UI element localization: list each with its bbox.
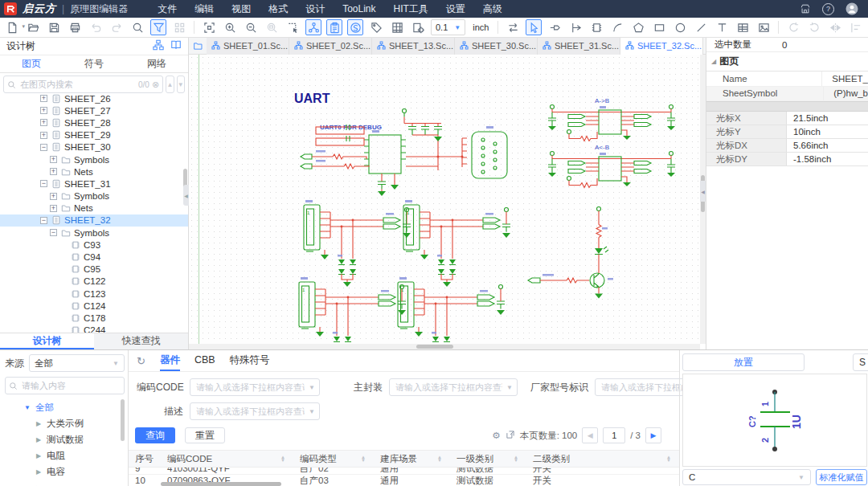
code-filter-input[interactable] [194, 382, 306, 393]
expander-plus-icon[interactable]: + [40, 132, 47, 139]
search-prev-button[interactable]: ▲ [166, 76, 174, 93]
tree-item[interactable]: C93 [0, 239, 188, 251]
sheet-tab[interactable]: SHEET_31.Sc... [538, 38, 620, 55]
expander-plus-icon[interactable]: + [50, 205, 57, 212]
save-all-button[interactable] [67, 19, 83, 35]
sheet-tab[interactable]: SHEET_30.Sc... [455, 38, 538, 55]
canvas-hscroll-thumb[interactable] [416, 345, 453, 349]
circle-tool-button[interactable] [672, 19, 688, 35]
table-header-一级类别[interactable]: 一级类别▲▼ [450, 453, 526, 465]
unit-select[interactable]: inch [470, 22, 491, 32]
expander-plus-icon[interactable]: + [40, 95, 47, 102]
tree-view-icon[interactable] [153, 39, 164, 53]
sheet-list-folder-icon[interactable] [189, 38, 207, 54]
menu-编辑[interactable]: 编辑 [186, 0, 223, 18]
package-filter-field[interactable]: ▼ [389, 378, 518, 396]
place-button[interactable]: 放置 [682, 353, 805, 371]
expander-plus-icon[interactable]: + [40, 119, 47, 126]
gear-icon[interactable]: ⚙ [492, 430, 500, 441]
tree-item[interactable]: −Symbols [0, 227, 188, 239]
new-file-button[interactable]: ▾ [4, 19, 20, 35]
table-header-编码CODE[interactable]: 编码CODE▲▼ [161, 453, 293, 465]
category-item[interactable]: ▶电容 [0, 464, 128, 480]
menu-HIT工具[interactable]: HIT工具 [385, 0, 437, 18]
section-collapse-icon[interactable]: ◢ [711, 58, 716, 65]
canvas-horizontal-scrollbar[interactable] [189, 344, 700, 349]
tree-tab-符号[interactable]: 符号 [63, 55, 125, 72]
zoom-out-button[interactable] [243, 19, 259, 35]
code-filter-field[interactable]: ▼ [190, 378, 320, 396]
library-tab-器件[interactable]: 器件 [160, 350, 180, 371]
sort-icon[interactable]: ▲▼ [666, 455, 671, 462]
tree-item[interactable]: C178 [0, 312, 188, 324]
library-tab-特殊符号[interactable]: 特殊符号 [230, 350, 270, 371]
tree-item[interactable]: +SHEET_29 [0, 129, 188, 141]
sort-icon[interactable]: ▲▼ [361, 455, 366, 462]
sheet-tab[interactable]: SHEET_01.Sc... [207, 38, 289, 55]
table-hscroll-thumb[interactable] [161, 482, 281, 486]
tree-item[interactable]: +SHEET_26 [0, 92, 188, 104]
text-tool-button[interactable] [714, 19, 730, 35]
menu-格式[interactable]: 格式 [260, 0, 297, 18]
tree-tab-网络[interactable]: 网络 [125, 55, 188, 72]
search-next-button[interactable]: ▼ [177, 76, 185, 93]
category-item[interactable]: ▶大类示例 [0, 415, 128, 431]
bottom-tab-设计树[interactable]: 设计树 [0, 333, 94, 349]
tree-item[interactable]: +Symbols [0, 190, 188, 202]
table-header-序号[interactable]: 序号 [129, 453, 161, 465]
left-panel-collapse-handle[interactable]: ◀ [183, 185, 189, 206]
filter-button[interactable] [150, 19, 166, 35]
category-item[interactable]: ▶ [0, 480, 128, 486]
sort-icon[interactable]: ▲▼ [514, 455, 518, 462]
triangle-right-icon[interactable]: ▶ [35, 436, 42, 443]
clipboard-button[interactable] [326, 19, 342, 35]
zoom-in-button[interactable] [222, 19, 238, 35]
tree-item[interactable]: +Nets [0, 202, 188, 214]
triangle-down-icon[interactable]: ▼ [24, 404, 31, 411]
grid-size-select[interactable]: 0.1▼ [431, 19, 465, 35]
menu-TooLink[interactable]: TooLink [334, 0, 384, 18]
expander-minus-icon[interactable]: − [40, 144, 47, 151]
next-page-button[interactable]: ▶ [645, 427, 661, 443]
query-button[interactable]: 查询 [135, 427, 175, 443]
expander-plus-icon[interactable]: + [50, 156, 57, 163]
table-header-编码类型[interactable]: 编码类型▲▼ [293, 453, 374, 465]
tree-item[interactable]: −SHEET_30 [0, 141, 188, 153]
sheet-settings-button[interactable] [410, 19, 426, 35]
sheet-tab[interactable]: SHEET_13.Sc... [372, 38, 455, 55]
polygon-tool-button[interactable] [630, 19, 646, 35]
expander-minus-icon[interactable]: − [50, 229, 57, 236]
standardize-assign-button[interactable]: 标准化赋值 [816, 469, 867, 485]
search-button[interactable] [129, 19, 145, 35]
library-tab-CBB[interactable]: CBB [194, 350, 215, 371]
open-button[interactable] [25, 19, 41, 35]
footprint-select[interactable]: C ▼ [682, 469, 811, 485]
library-book-icon[interactable] [170, 39, 182, 53]
triangle-right-icon[interactable]: ▶ [35, 420, 42, 427]
bottom-tab-快速查找[interactable]: 快速查找 [94, 333, 188, 349]
tree-item[interactable]: C94 [0, 251, 188, 263]
reset-button[interactable]: 重置 [185, 427, 225, 443]
fit-view-button[interactable] [201, 19, 217, 35]
triangle-right-icon[interactable]: ▶ [35, 468, 42, 476]
expander-plus-icon[interactable]: + [50, 168, 57, 175]
expander-plus-icon[interactable]: + [50, 193, 57, 200]
schematic-canvas[interactable]: 1 [189, 55, 700, 344]
spec-badge-button[interactable] [347, 19, 363, 35]
menu-设置[interactable]: 设置 [437, 0, 474, 18]
menu-高级[interactable]: 高级 [474, 0, 511, 18]
sheet-tab[interactable]: SHEET_02.Sc... [289, 38, 372, 55]
bus-entry-tool-button[interactable] [567, 19, 583, 35]
line-tool-button[interactable] [693, 19, 709, 35]
sort-icon[interactable]: ▲▼ [437, 455, 442, 462]
select-tool-button[interactable] [526, 19, 542, 35]
menu-视图[interactable]: 视图 [223, 0, 260, 18]
export-icon[interactable] [506, 430, 515, 441]
table-tool-button[interactable] [735, 19, 751, 35]
sheet-tab[interactable]: SHEET_32.Sc... [620, 38, 703, 55]
clear-search-icon[interactable]: ⊗ [152, 80, 159, 90]
refresh-icon[interactable]: ↻ [137, 355, 145, 367]
tree-item[interactable]: C95 [0, 263, 188, 276]
category-item[interactable]: ▶电阻 [0, 447, 128, 464]
component-tool-button[interactable] [588, 19, 604, 35]
